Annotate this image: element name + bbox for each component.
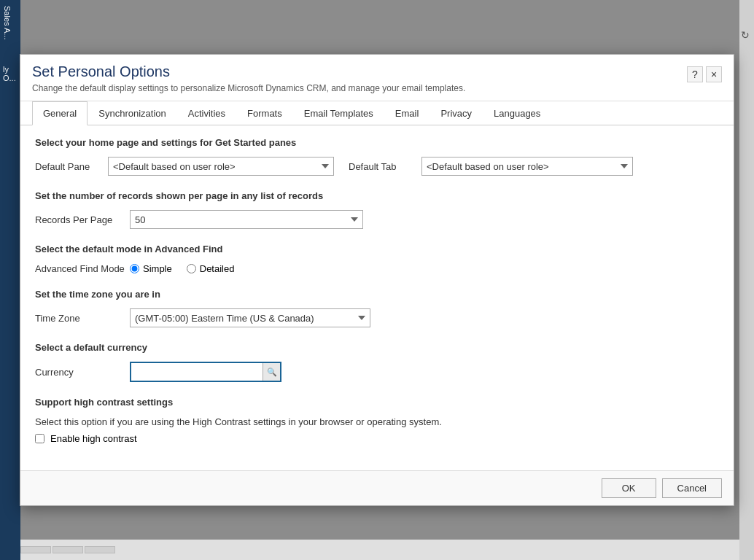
dialog-subtitle: Change the default display settings to p… [32, 83, 465, 93]
tab-languages[interactable]: Languages [483, 101, 551, 125]
close-button[interactable]: × [706, 66, 722, 82]
high-contrast-checkbox-row: Enable high contrast [35, 433, 719, 444]
time-zone-control: (GMT-05:00) Eastern Time (US & Canada) [130, 308, 370, 327]
records-per-page-select[interactable]: 50 [130, 210, 363, 229]
tabs-bar: General Synchronization Activities Forma… [20, 101, 734, 125]
default-pane-control: <Default based on user role> [108, 157, 334, 176]
section-high-contrast: Support high contrast settings Select th… [35, 397, 719, 444]
currency-label: Currency [35, 367, 130, 378]
home-page-field-row: Default Pane <Default based on user role… [35, 157, 719, 176]
advanced-find-row: Advanced Find Mode Simple Detailed [35, 263, 719, 274]
default-tab-label: Default Tab [349, 161, 421, 172]
advanced-find-radio-group: Simple Detailed [130, 263, 234, 274]
records-per-page-row: Records Per Page 50 [35, 210, 719, 229]
scroll-area[interactable]: Select your home page and settings for G… [20, 125, 734, 470]
time-zone-label: Time Zone [35, 313, 130, 324]
section-currency: Select a default currency Currency 🔍 [35, 342, 719, 382]
tab-general[interactable]: General [32, 101, 88, 125]
radio-detailed-label: Detailed [200, 263, 235, 274]
section-home-page: Select your home page and settings for G… [35, 137, 719, 176]
left-sidebar: Sales A... ly O... [0, 0, 20, 560]
radio-simple-input[interactable] [130, 264, 139, 273]
page-background: Sales A... ly O... ↻ Set Personal Option… [0, 0, 754, 560]
sidebar-label: Sales A... [0, 0, 15, 45]
radio-detailed[interactable]: Detailed [187, 263, 235, 274]
section-advanced-find: Select the default mode in Advanced Find… [35, 244, 719, 274]
dialog-title-buttons: ? × [687, 66, 722, 82]
high-contrast-checkbox[interactable] [35, 434, 44, 443]
time-zone-section-title: Set the time zone you are in [35, 289, 719, 300]
dialog-footer: OK Cancel [20, 470, 734, 505]
section-records-per-page: Set the number of records shown per page… [35, 190, 719, 229]
advanced-find-section-title: Select the default mode in Advanced Find [35, 244, 719, 254]
default-tab-pair: Default Tab <Default based on user role> [349, 157, 633, 176]
default-tab-select[interactable]: <Default based on user role> [421, 157, 633, 176]
home-page-section-title: Select your home page and settings for G… [35, 137, 719, 148]
default-pane-pair: Default Pane <Default based on user role… [35, 157, 334, 176]
refresh-icon: ↻ [741, 29, 753, 41]
tab-formats[interactable]: Formats [236, 101, 293, 125]
default-tab-control: <Default based on user role> [421, 157, 633, 176]
default-pane-select[interactable]: <Default based on user role> [108, 157, 334, 176]
set-personal-options-dialog: Set Personal Options Change the default … [20, 54, 734, 506]
right-strip: ↻ [739, 0, 754, 560]
currency-row: Currency 🔍 [35, 362, 719, 382]
dialog-title-area: Set Personal Options Change the default … [32, 63, 465, 93]
default-pane-label: Default Pane [35, 161, 108, 172]
currency-lookup-button[interactable]: 🔍 [263, 363, 280, 381]
high-contrast-description: Select this option if you are using the … [35, 416, 719, 427]
dialog-body: Select your home page and settings for G… [20, 125, 734, 470]
lookup-icon: 🔍 [267, 368, 277, 377]
time-zone-row: Time Zone (GMT-05:00) Eastern Time (US &… [35, 308, 719, 327]
cancel-button[interactable]: Cancel [662, 478, 722, 498]
dialog-titlebar: Set Personal Options Change the default … [20, 55, 734, 101]
high-contrast-checkbox-label[interactable]: Enable high contrast [50, 433, 137, 444]
records-per-page-label: Records Per Page [35, 214, 130, 225]
records-section-title: Set the number of records shown per page… [35, 190, 719, 201]
tab-email-templates[interactable]: Email Templates [293, 101, 384, 125]
tab-email[interactable]: Email [384, 101, 430, 125]
ok-button[interactable]: OK [602, 478, 656, 498]
high-contrast-section-title: Support high contrast settings [35, 397, 719, 408]
tab-privacy[interactable]: Privacy [430, 101, 483, 125]
radio-detailed-input[interactable] [187, 264, 196, 273]
help-button[interactable]: ? [687, 66, 703, 82]
bottom-tab-3 [85, 546, 115, 553]
records-per-page-control: 50 [130, 210, 363, 229]
tab-activities[interactable]: Activities [177, 101, 236, 125]
currency-input-wrap: 🔍 [130, 362, 281, 382]
radio-simple-label: Simple [143, 263, 172, 274]
bottom-tab-2 [53, 546, 83, 553]
currency-input[interactable] [131, 363, 263, 381]
section-time-zone: Set the time zone you are in Time Zone (… [35, 289, 719, 327]
sidebar-nav: ly O... [0, 62, 20, 85]
currency-section-title: Select a default currency [35, 342, 719, 353]
bottom-tab-1 [20, 546, 51, 553]
radio-simple[interactable]: Simple [130, 263, 172, 274]
bottom-strip [20, 540, 739, 560]
dialog-title: Set Personal Options [32, 63, 465, 80]
tab-synchronization[interactable]: Synchronization [88, 101, 177, 125]
time-zone-select[interactable]: (GMT-05:00) Eastern Time (US & Canada) [130, 308, 370, 327]
advanced-find-label: Advanced Find Mode [35, 263, 130, 274]
